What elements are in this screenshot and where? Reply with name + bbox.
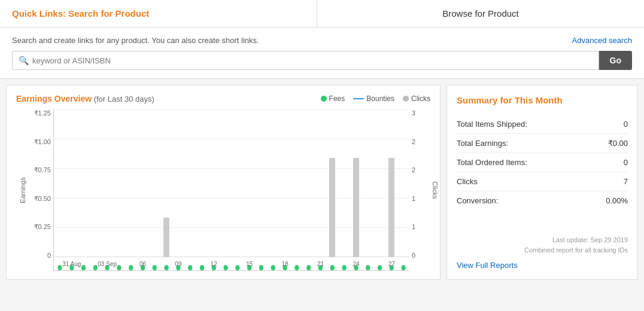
search-section: Search and create links for any product.…: [0, 28, 644, 79]
search-description-text: Search and create links for any product.…: [12, 36, 259, 45]
go-button[interactable]: Go: [599, 51, 632, 70]
top-tabs: Quick Links: Search for Product Browse f…: [0, 0, 644, 28]
legend-bounties: Bounties: [353, 94, 394, 103]
quick-links-tab-label: Quick Links: Search for Product: [12, 8, 149, 19]
y-left-tick: 0: [29, 252, 51, 259]
chart-title: Earnings Overview (for Last 30 days): [16, 94, 154, 103]
chart-title-sub: (for Last 30 days): [92, 94, 154, 103]
view-full-reports-link[interactable]: View Full Reports: [457, 261, 628, 270]
last-update-text: Last update: Sep 29 2019: [457, 235, 628, 246]
search-input-wrap: 🔍: [12, 51, 599, 70]
chart-header: Earnings Overview (for Last 30 days) Fee…: [16, 94, 430, 103]
search-icon: 🔍: [19, 56, 29, 65]
summary-row-label: Total Ordered Items:: [457, 158, 527, 167]
y-left-tick: ₹1.00: [29, 138, 51, 146]
y-right-tick: 2: [412, 166, 430, 173]
summary-row-value: ₹0.00: [608, 139, 628, 148]
y-axis-right-label: Clicks: [431, 181, 438, 199]
chart-panel: Earnings Overview (for Last 30 days) Fee…: [6, 85, 441, 280]
y-left-tick: ₹1.25: [29, 109, 51, 117]
main-content: Earnings Overview (for Last 30 days) Fee…: [0, 79, 644, 286]
x-axis-label: 24: [338, 261, 373, 267]
legend-fees: Fees: [321, 94, 345, 103]
advanced-search-link[interactable]: Advanced search: [572, 36, 632, 45]
fees-legend-dot: [321, 96, 327, 102]
chart-inner: 31 Aug03 Sep0609121518212427: [53, 109, 409, 271]
x-axis-label: 31 Aug: [54, 261, 89, 267]
summary-rows: Total Items Shipped:0Total Earnings:₹0.0…: [457, 115, 628, 210]
summary-row-value: 0: [624, 120, 628, 129]
summary-title: Summary for This Month: [457, 95, 628, 105]
tab-quick-links[interactable]: Quick Links: Search for Product: [0, 0, 317, 27]
summary-row: Total Ordered Items:0: [457, 153, 628, 172]
summary-row: Clicks7: [457, 172, 628, 191]
y-right-tick: 0: [412, 252, 430, 259]
clicks-legend-dot: [403, 96, 409, 102]
fees-legend-label: Fees: [329, 94, 345, 103]
summary-row: Total Earnings:₹0.00: [457, 134, 628, 153]
x-axis-label: 09: [160, 261, 196, 267]
legend-clicks: Clicks: [403, 94, 430, 103]
summary-row-value: 0: [624, 158, 628, 167]
chart-legend: Fees Bounties Clicks: [321, 94, 430, 103]
summary-row: Conversion:0.00%: [457, 191, 628, 210]
summary-row-value: 7: [624, 177, 628, 186]
x-axis-label: 06: [125, 261, 160, 267]
search-row: 🔍 Go: [12, 51, 632, 70]
x-axis-label: 15: [232, 261, 267, 267]
fees-dots-line: [54, 109, 409, 270]
y-axis-right: 322110Clicks: [409, 109, 430, 271]
search-description-row: Search and create links for any product.…: [12, 36, 632, 45]
bounties-legend-line: [353, 98, 364, 99]
x-axis-label: 12: [196, 261, 232, 267]
summary-row: Total Items Shipped:0: [457, 115, 628, 134]
y-left-tick: ₹0.50: [29, 195, 51, 203]
x-axis-label: 03 Sep: [89, 261, 124, 267]
y-left-tick: ₹0.25: [29, 223, 51, 231]
x-axis-label: 18: [267, 261, 302, 267]
summary-meta: Last update: Sep 29 2019 Combined report…: [457, 229, 628, 256]
tab-browse[interactable]: Browse for Product: [317, 0, 644, 27]
summary-row-label: Conversion:: [457, 196, 498, 205]
x-axis-label: 21: [303, 261, 338, 267]
y-axis-left-label: Earnings: [19, 177, 26, 203]
browse-tab-label: Browse for Product: [442, 8, 519, 19]
y-axis-left: ₹1.25₹1.00₹0.75₹0.50₹0.250: [29, 109, 53, 271]
summary-row-value: 0.00%: [606, 196, 628, 205]
y-right-tick: 1: [412, 223, 430, 230]
x-axis-label: 27: [374, 261, 409, 267]
x-axis-labels: 31 Aug03 Sep0609121518212427: [54, 257, 409, 270]
combined-report-text: Combined report for all tracking IDs: [457, 245, 628, 256]
y-right-tick: 1: [412, 195, 430, 202]
y-right-tick: 3: [412, 109, 430, 117]
y-right-tick: 2: [412, 138, 430, 145]
summary-panel: Summary for This Month Total Items Shipp…: [446, 85, 638, 280]
clicks-legend-label: Clicks: [411, 94, 430, 103]
y-left-tick: ₹0.75: [29, 166, 51, 174]
chart-title-main: Earnings Overview: [16, 94, 92, 103]
summary-row-label: Total Items Shipped:: [457, 120, 527, 129]
search-input[interactable]: [32, 56, 593, 65]
bounties-legend-label: Bounties: [366, 94, 394, 103]
summary-row-label: Total Earnings:: [457, 139, 508, 148]
summary-row-label: Clicks: [457, 177, 478, 186]
